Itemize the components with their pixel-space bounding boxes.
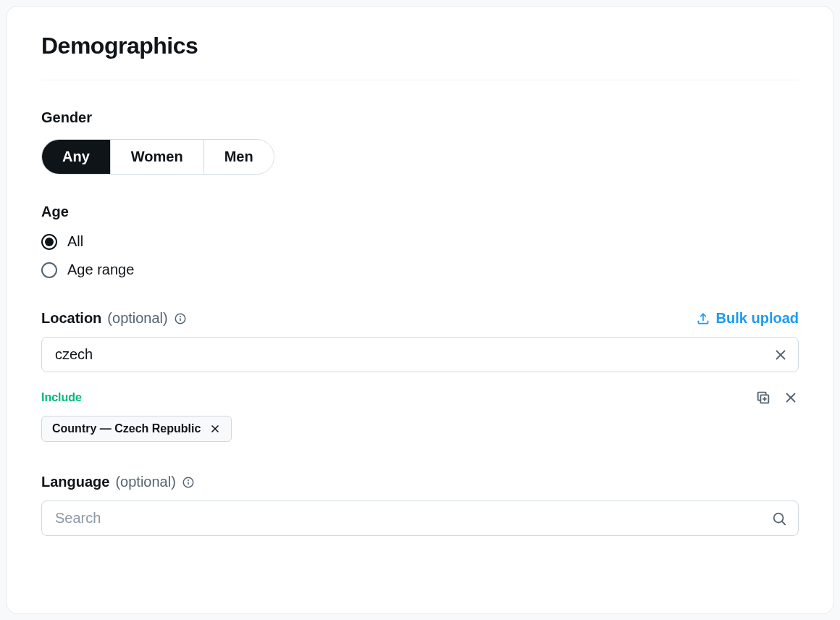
location-chip: Country — Czech Republic <box>41 416 232 442</box>
age-radio-group: All Age range <box>41 233 799 278</box>
location-chips: Country — Czech Republic <box>41 416 799 442</box>
gender-option-any[interactable]: Any <box>42 140 110 174</box>
age-option-all[interactable]: All <box>41 233 799 250</box>
gender-option-men[interactable]: Men <box>203 140 274 174</box>
svg-point-2 <box>180 316 180 317</box>
language-label: Language <box>41 474 109 490</box>
copy-button[interactable] <box>755 390 771 406</box>
gender-label: Gender <box>41 109 799 126</box>
age-label: Age <box>41 204 799 220</box>
location-input-wrap <box>41 337 799 372</box>
language-optional: (optional) <box>115 474 175 490</box>
location-input[interactable] <box>41 337 799 372</box>
location-header-row: Location (optional) Bulk upload <box>41 310 799 327</box>
svg-point-15 <box>188 479 188 480</box>
demographics-card: Demographics Gender Any Women Men Age Al… <box>6 6 834 614</box>
chip-remove-button[interactable] <box>209 423 221 435</box>
chip-text: Country — Czech Republic <box>52 422 201 435</box>
remove-all-button[interactable] <box>783 390 799 406</box>
include-row: Include <box>41 390 799 406</box>
radio-icon <box>41 262 57 278</box>
include-label: Include <box>41 391 82 404</box>
language-header-row: Language (optional) <box>41 474 799 490</box>
upload-icon <box>696 311 710 326</box>
language-label-wrap: Language (optional) <box>41 474 195 490</box>
bulk-upload-label: Bulk upload <box>716 310 799 327</box>
radio-label: Age range <box>67 261 134 278</box>
location-label-wrap: Location (optional) <box>41 310 187 327</box>
age-option-range[interactable]: Age range <box>41 261 799 278</box>
gender-option-women[interactable]: Women <box>110 140 203 174</box>
language-input-wrap <box>41 500 799 536</box>
radio-label: All <box>67 233 83 250</box>
info-icon[interactable] <box>182 476 195 489</box>
info-icon[interactable] <box>174 312 187 325</box>
radio-icon <box>41 234 57 250</box>
clear-button[interactable] <box>773 347 789 363</box>
gender-segmented: Any Women Men <box>41 139 274 175</box>
location-optional: (optional) <box>107 310 167 327</box>
language-input[interactable] <box>41 500 799 536</box>
page-title: Demographics <box>41 33 799 59</box>
bulk-upload-button[interactable]: Bulk upload <box>696 310 799 327</box>
include-actions <box>755 390 799 406</box>
divider <box>41 80 799 80</box>
location-label: Location <box>41 310 101 327</box>
